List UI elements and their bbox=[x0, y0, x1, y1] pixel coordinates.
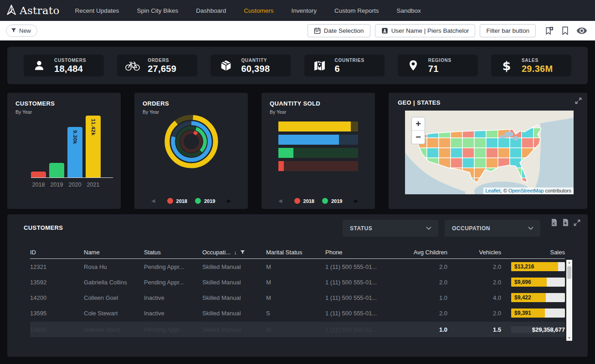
funnel-icon bbox=[11, 28, 16, 33]
chart-subtitle: By Year bbox=[270, 109, 367, 115]
nav-item-customers[interactable]: Customers bbox=[244, 7, 273, 14]
column-header-phone[interactable]: Phone bbox=[325, 249, 394, 256]
chart-title: ORDERS bbox=[143, 100, 240, 107]
chevron-down-icon bbox=[528, 227, 533, 230]
cell-sales: $9,696 bbox=[501, 278, 565, 287]
occupation-dropdown-label: OCCUPATION bbox=[452, 225, 490, 232]
hbar-2020[interactable] bbox=[278, 135, 358, 145]
astrato-logo-icon bbox=[6, 5, 16, 16]
cell-status: Pending Appr... bbox=[144, 279, 202, 286]
attribution-suffix: contributors bbox=[544, 188, 571, 193]
date-selection-button[interactable]: Date Selection bbox=[308, 24, 370, 37]
cell-phone: 1 (11) 500 555-01... bbox=[325, 263, 394, 270]
axis-label-2021: 2021 bbox=[86, 182, 101, 188]
kpi-value: 60,398 bbox=[241, 64, 270, 73]
column-header-avg-children[interactable]: Avg Children bbox=[394, 249, 447, 256]
legend-item-2019[interactable]: 2019 bbox=[195, 198, 215, 204]
legend-item-2018[interactable]: 2018 bbox=[294, 198, 314, 204]
nav-item-dashboard[interactable]: Dashboard bbox=[196, 7, 226, 14]
scrollbar-thumb[interactable] bbox=[567, 266, 571, 279]
table-row[interactable]: 13592Gabriella CollinsPending Appr...Ski… bbox=[30, 274, 565, 290]
scroll-down-arrow[interactable]: ▼ bbox=[568, 335, 571, 341]
new-filter-button[interactable]: New bbox=[6, 25, 37, 37]
occupation-dropdown[interactable]: OCCUPATION bbox=[445, 220, 540, 237]
usa-choropleth[interactable] bbox=[405, 111, 574, 194]
brand-logo[interactable]: Astrato bbox=[6, 5, 60, 16]
cell-occupation: Skilled Manual bbox=[202, 263, 266, 270]
scroll-up-arrow[interactable]: ▲ bbox=[568, 260, 571, 265]
legend-prev-arrow[interactable]: ◀ bbox=[151, 198, 155, 204]
table-row[interactable]: 13595Cole StewartInactiveSkilled ManualS… bbox=[30, 305, 565, 321]
legend-prev-arrow[interactable]: ◀ bbox=[278, 198, 282, 204]
nav-item-inventory[interactable]: Inventory bbox=[291, 7, 317, 14]
ghost-sales-bar bbox=[511, 326, 554, 333]
column-header-status[interactable]: Status bbox=[144, 249, 202, 256]
sort-desc-icon[interactable]: ↓ bbox=[234, 249, 237, 256]
user-name-button[interactable]: User Name | Piers Batchelor bbox=[375, 24, 476, 37]
openstreetmap-link[interactable]: OpenStreetMap bbox=[508, 188, 544, 193]
bookmark-icon[interactable] bbox=[561, 26, 569, 35]
column-header-name[interactable]: Name bbox=[84, 249, 144, 256]
geo-states-map-card: GEO | STATES + − Leaflet, © OpenStreetMa… bbox=[389, 93, 587, 209]
table-row[interactable]: 14200Colleen GoelInactiveSkilled ManualM… bbox=[30, 290, 565, 305]
quantity-sold-chart-card: QUANTITY SOLD By Year ◀20182019▶ bbox=[262, 93, 375, 209]
export-excel-icon[interactable]: X bbox=[551, 219, 557, 226]
legend-next-arrow[interactable]: ▶ bbox=[354, 198, 358, 204]
legend-item-2018[interactable]: 2018 bbox=[167, 198, 187, 204]
nav-item-spin-city-bikes[interactable]: Spin City Bikes bbox=[137, 7, 178, 14]
status-dropdown[interactable]: STATUS bbox=[343, 220, 438, 237]
ghost-cell-marital: M bbox=[266, 326, 325, 333]
kpi-value: 71 bbox=[428, 64, 451, 73]
hbar-2021[interactable] bbox=[278, 121, 358, 131]
hbar-2018[interactable] bbox=[278, 161, 358, 171]
leaflet-link[interactable]: Leaflet bbox=[486, 188, 501, 193]
bar-2018[interactable] bbox=[31, 172, 46, 177]
hbar-2019[interactable] bbox=[278, 148, 358, 158]
brand-name: Astrato bbox=[20, 5, 60, 16]
cell-avg-children: 2.0 bbox=[394, 263, 447, 270]
nav-item-custom-reports[interactable]: Custom Reports bbox=[334, 7, 379, 14]
export-file-icon[interactable] bbox=[562, 219, 569, 226]
nav-item-recent-updates[interactable]: Recent Updates bbox=[75, 7, 119, 14]
column-header-sales[interactable]: Sales bbox=[501, 249, 565, 256]
kpi-label: REGIONS bbox=[428, 58, 451, 63]
expand-icon[interactable] bbox=[574, 219, 580, 226]
kpi-value: 6 bbox=[335, 64, 364, 73]
eye-icon[interactable] bbox=[576, 27, 587, 34]
bar-2020[interactable]: 9.30k bbox=[67, 127, 82, 177]
column-header-vehicles[interactable]: Vehicles bbox=[447, 249, 501, 256]
bar-2019[interactable] bbox=[49, 163, 64, 177]
chevron-down-icon bbox=[426, 227, 431, 230]
kpi-label: COUNTRIES bbox=[335, 58, 364, 63]
leaflet-map[interactable]: + − Leaflet, © OpenStreetMap contributor… bbox=[405, 111, 574, 194]
bar-chart-plot: 9.30k11.42k bbox=[31, 116, 113, 178]
legend-next-arrow[interactable]: ▶ bbox=[227, 198, 231, 204]
table-row[interactable]: 12321Rosa HuPending Appr...Skilled Manua… bbox=[30, 259, 565, 274]
column-header-label: Sales bbox=[550, 249, 565, 256]
bookmark-add-icon[interactable] bbox=[544, 26, 554, 35]
nav-item-sandbox[interactable]: Sandbox bbox=[397, 7, 421, 14]
column-header-occupati[interactable]: Occupati...↓ bbox=[202, 249, 266, 256]
legend-item-2019[interactable]: 2019 bbox=[322, 198, 342, 204]
pin-icon bbox=[404, 60, 423, 71]
column-header-label: ID bbox=[30, 249, 36, 256]
legend-label: 2018 bbox=[176, 198, 187, 204]
radial-chart[interactable] bbox=[164, 115, 218, 170]
table-actions: X bbox=[551, 219, 580, 226]
column-header-id[interactable]: ID bbox=[30, 249, 84, 256]
chart-legend: ◀20182019▶ bbox=[134, 198, 248, 204]
bar-chart-x-axis: 2018201920202021 bbox=[31, 182, 113, 188]
total-avg-children: 1.0 bbox=[394, 326, 447, 333]
filter-funnel-icon[interactable] bbox=[240, 250, 245, 255]
table-totals-row: 14830Isabella WardPending Appr...Skilled… bbox=[30, 322, 565, 337]
expand-icon[interactable] bbox=[575, 97, 582, 106]
table-scrollbar[interactable]: ▲ ▼ bbox=[566, 260, 572, 341]
column-header-label: Name bbox=[84, 249, 100, 256]
column-header-marital-status[interactable]: Marital Status bbox=[266, 249, 325, 256]
filter-bar-button[interactable]: Filter bar button bbox=[480, 24, 536, 37]
cell-name: Rosa Hu bbox=[84, 263, 144, 270]
map-zoom-in-button[interactable]: + bbox=[412, 117, 425, 131]
bar-2021[interactable]: 11.42k bbox=[86, 116, 101, 177]
map-zoom-out-button[interactable]: − bbox=[412, 131, 425, 144]
ghost-cell-occupation: Skilled Manual bbox=[202, 326, 266, 333]
